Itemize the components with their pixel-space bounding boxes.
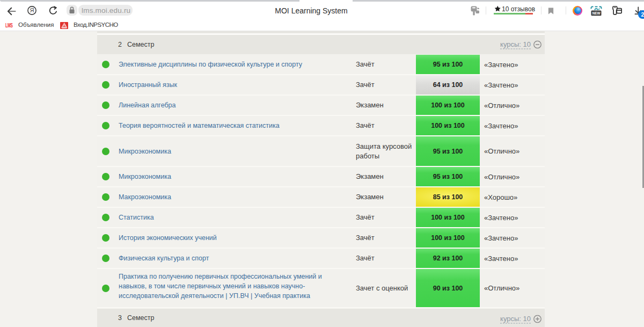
svg-text:NEW: NEW bbox=[592, 11, 601, 15]
svg-text:Я: Я bbox=[30, 7, 34, 13]
